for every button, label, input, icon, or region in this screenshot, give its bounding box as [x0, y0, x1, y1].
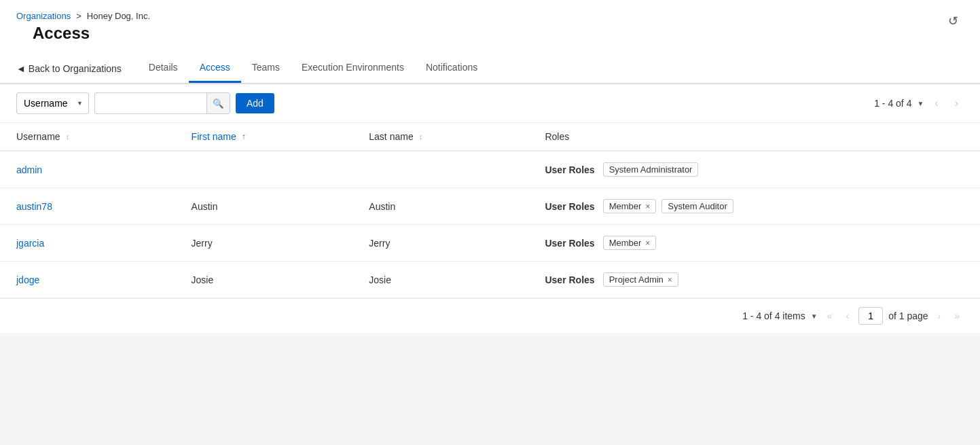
tab-details[interactable]: Details: [138, 54, 189, 83]
roles-label: User Roles: [545, 274, 594, 285]
username-link[interactable]: admin: [16, 164, 42, 175]
last-name-sort[interactable]: Last name ↕: [369, 131, 422, 142]
remove-role-button[interactable]: ×: [645, 238, 650, 248]
role-tag: System Administrator: [603, 162, 699, 177]
next-page-button[interactable]: ›: [934, 308, 945, 324]
remove-role-button[interactable]: ×: [645, 202, 650, 211]
role-tag: Member×: [603, 199, 657, 213]
username-sort-icon: ↕: [66, 132, 70, 141]
roles-cell: User RolesProject Admin×: [528, 262, 980, 298]
page-title: Access: [16, 21, 943, 54]
username-cell: jdoge: [0, 262, 175, 298]
pagination-items-chevron: ▼: [811, 313, 818, 320]
remove-role-button[interactable]: ×: [668, 275, 672, 285]
roles-label: User Roles: [545, 238, 594, 249]
username-sort[interactable]: Username ↕: [16, 131, 69, 142]
first-name-cell: Jerry: [175, 225, 353, 262]
col-header-roles: Roles: [528, 123, 980, 151]
roles-label: User Roles: [545, 201, 594, 212]
last-name-cell: Jerry: [352, 225, 528, 262]
username-link[interactable]: jgarcia: [16, 238, 44, 249]
last-page-button[interactable]: »: [950, 308, 964, 324]
col-header-username: Username ↕: [0, 123, 175, 151]
username-cell: austin78: [0, 188, 175, 225]
back-arrow-icon: ◄: [16, 63, 26, 74]
table-row: jdogeJosieJosieUser RolesProject Admin×: [0, 262, 980, 298]
search-button[interactable]: 🔍: [206, 93, 230, 113]
table-row: jgarciaJerryJerryUser RolesMember×: [0, 225, 980, 262]
username-link[interactable]: austin78: [16, 201, 52, 212]
col-header-last-name: Last name ↕: [352, 123, 528, 151]
username-link[interactable]: jdoge: [16, 274, 39, 285]
pagination-items-summary: 1 - 4 of 4 items: [742, 310, 805, 321]
table-row: adminUser RolesSystem Administrator: [0, 151, 980, 188]
search-icon: 🔍: [213, 99, 224, 109]
table-row: austin78AustinAustinUser RolesMember×Sys…: [0, 188, 980, 225]
first-name-cell: Josie: [175, 262, 353, 298]
roles-cell: User RolesMember×: [528, 225, 980, 262]
col-header-first-name: First name ↑: [175, 123, 353, 151]
role-tag: Project Admin×: [603, 272, 678, 287]
filter-select[interactable]: Username First name Last name: [17, 93, 88, 113]
last-name-sort-icon: ↕: [419, 132, 423, 141]
page-content: Username First name Last name 🔍 Add 1 - …: [0, 84, 980, 445]
breadcrumb: Organizations > Honey Dog, Inc.: [16, 11, 943, 21]
toolbar: Username First name Last name 🔍 Add 1 - …: [0, 84, 980, 123]
first-name-sort-icon: ↑: [242, 132, 246, 141]
tab-notifications[interactable]: Notifications: [415, 54, 488, 83]
tab-access[interactable]: Access: [189, 54, 241, 83]
username-cell: admin: [0, 151, 175, 188]
first-name-cell: Austin: [175, 188, 353, 225]
pagination-top: 1 - 4 of 4 ▼ ‹ ›: [874, 94, 964, 112]
pagination-bottom: 1 - 4 of 4 items ▼ « ‹ of 1 page › »: [0, 298, 980, 333]
access-table: Username ↕ First name ↑ Last name: [0, 123, 980, 298]
history-button[interactable]: ↺: [943, 11, 964, 31]
tabs-bar: ◄ Back to Organizations Details Access T…: [0, 54, 980, 84]
prev-page-button[interactable]: ‹: [841, 308, 853, 324]
role-tag: Member×: [603, 236, 657, 250]
tab-teams[interactable]: Teams: [241, 54, 291, 83]
filter-select-wrapper[interactable]: Username First name Last name: [16, 92, 89, 114]
roles-label: User Roles: [545, 164, 594, 175]
chevron-down-icon: ▼: [917, 100, 924, 107]
tab-back-to-organizations[interactable]: ◄ Back to Organizations: [16, 55, 132, 82]
username-cell: jgarcia: [0, 225, 175, 262]
last-name-cell: Austin: [352, 188, 528, 225]
add-button[interactable]: Add: [236, 93, 274, 113]
first-page-button[interactable]: «: [823, 308, 837, 324]
role-tag: System Auditor: [661, 199, 733, 213]
of-page-label: of 1 page: [888, 310, 928, 321]
breadcrumb-separator: >: [76, 11, 81, 21]
pagination-summary: 1 - 4 of 4: [874, 98, 911, 109]
page-number-input[interactable]: [858, 307, 883, 325]
roles-cell: User RolesSystem Administrator: [528, 151, 980, 188]
last-name-cell: [352, 151, 528, 188]
next-page-button-top[interactable]: ›: [949, 94, 964, 112]
breadcrumb-org-link[interactable]: Organizations: [16, 11, 71, 21]
last-name-cell: Josie: [352, 262, 528, 298]
first-name-cell: [175, 151, 353, 188]
first-name-sort[interactable]: First name ↑: [192, 131, 246, 142]
roles-cell: User RolesMember×System Auditor: [528, 188, 980, 225]
prev-page-button-top[interactable]: ‹: [929, 94, 943, 112]
search-wrapper: 🔍: [94, 92, 230, 114]
table-container: Username ↕ First name ↑ Last name: [0, 123, 980, 298]
tab-execution-environments[interactable]: Execution Environments: [291, 54, 415, 83]
breadcrumb-current: Honey Dog, Inc.: [87, 11, 150, 21]
